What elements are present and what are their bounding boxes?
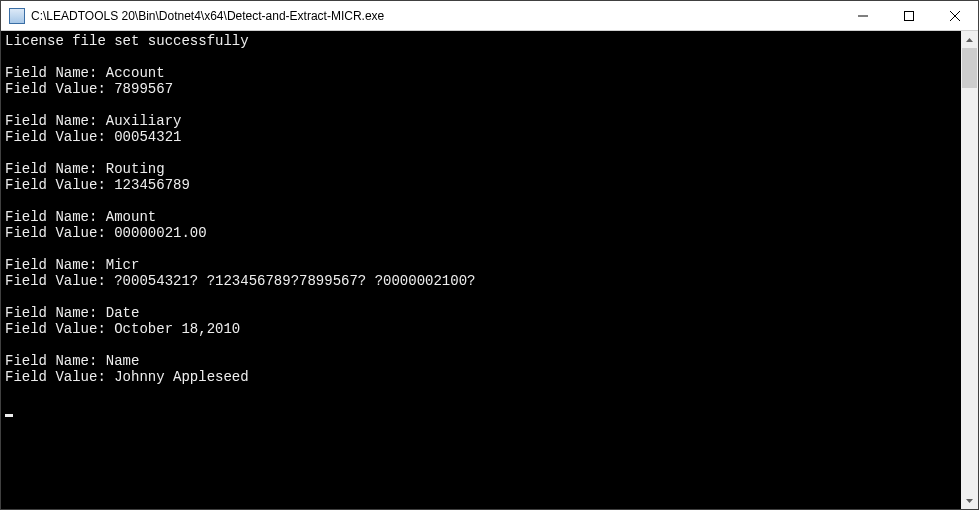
vertical-scrollbar[interactable]	[961, 31, 978, 509]
minimize-button[interactable]	[840, 1, 886, 30]
window-title: C:\LEADTOOLS 20\Bin\Dotnet4\x64\Detect-a…	[31, 9, 840, 23]
maximize-button[interactable]	[886, 1, 932, 30]
window-controls	[840, 1, 978, 30]
scrollbar-thumb[interactable]	[962, 48, 977, 88]
app-window: C:\LEADTOOLS 20\Bin\Dotnet4\x64\Detect-a…	[0, 0, 979, 510]
title-bar[interactable]: C:\LEADTOOLS 20\Bin\Dotnet4\x64\Detect-a…	[1, 1, 978, 31]
scrollbar-track[interactable]	[961, 48, 978, 492]
svg-rect-1	[905, 11, 914, 20]
scroll-down-button[interactable]	[961, 492, 978, 509]
client-area: License file set successfully Field Name…	[1, 31, 978, 509]
console-output[interactable]: License file set successfully Field Name…	[1, 31, 961, 509]
svg-marker-5	[966, 499, 973, 503]
close-button[interactable]	[932, 1, 978, 30]
svg-marker-4	[966, 38, 973, 42]
cursor	[5, 414, 13, 417]
app-icon	[9, 8, 25, 24]
scroll-up-button[interactable]	[961, 31, 978, 48]
